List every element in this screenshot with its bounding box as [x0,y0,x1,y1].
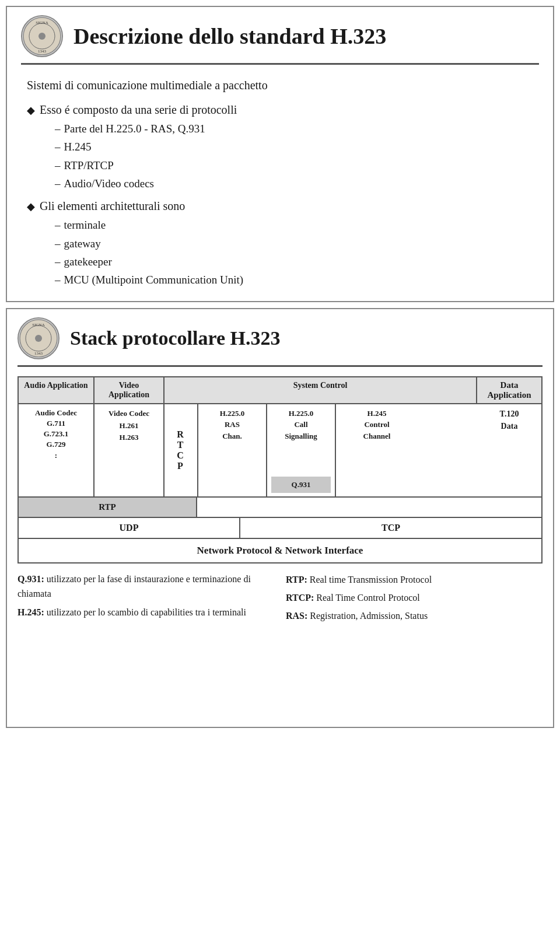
audio-app-header: Audio Application [19,377,94,403]
protocol-cells-row: Audio CodecG.711G.723.1G.729: Video Code… [19,404,541,498]
dash-icon: – [55,253,61,271]
video-app-header: Video Application [94,377,164,403]
note-ras: RAS: Registration, Admission, Status [286,608,542,624]
slide-top-header: SIGNA 1343 Descrizione dello standard H.… [21,15,539,65]
slide-bottom: SIGNA 1343 Stack protocollare H.323 Audi… [6,308,554,728]
bullet-1-text: Esso é composto da una serie di protocol… [40,100,237,120]
logo-bottom: SIGNA 1343 [18,317,60,359]
sub-item-1-text: Parte del H.225.0 - RAS, Q.931 [64,120,205,138]
bullet-2-sublist: –terminale –gateway –gatekeeper –MCU (Mu… [27,216,539,289]
rtcp-cell: R T C P [164,404,198,496]
q931-label: Q.931 [271,477,331,493]
note-q931: Q.931: utilizzato per la fase di instaur… [18,572,274,601]
notes-left: Q.931: utilizzato per la fase di instaur… [18,572,274,626]
t120-cell: T.120Data [477,404,541,496]
dash-icon: – [55,138,61,156]
h2250-ras-label: H.225.0RASChan. [202,408,262,442]
dash-icon: – [55,156,61,174]
arch-item-4-text: MCU (Multipoint Communication Unit) [64,271,244,289]
sub-item-4-text: Audio/Video codecs [64,174,155,192]
sub-item-2: –H.245 [55,138,539,156]
h245-cell: H.245ControlChannel [336,404,418,496]
logo-top: SIGNA 1343 [21,15,63,57]
slide-top: SIGNA 1343 Descrizione dello standard H.… [6,6,554,302]
udptcp-row: UDP TCP [19,518,541,539]
syscontrol-cells: H.225.0RASChan. H.225.0CallSignalling Q.… [198,404,477,496]
bullet-2: ◆ Gli elementi architetturali sono [27,196,539,216]
sub-item-4: –Audio/Video codecs [55,174,539,192]
network-row: Network Protocol & Network Interface [19,539,541,562]
dash-icon: – [55,120,61,138]
video-codec-label: Video CodecH.261H.263 [99,408,159,444]
sub-item-1: –Parte del H.225.0 - RAS, Q.931 [55,120,539,138]
notes-section: Q.931: utilizzato per la fase di instaur… [18,572,542,626]
dash-icon: – [55,235,61,253]
arch-item-3-text: gatekeeper [64,253,112,271]
dash-icon: – [55,271,61,289]
svg-text:1343: 1343 [38,49,47,54]
note-rtcp: RTCP: Real Time Control Protocol [286,590,542,606]
sub-item-3: –RTP/RTCP [55,156,539,174]
note-h245: H.245: utilizzato per lo scambio di capa… [18,605,274,620]
h2250-call-cell: H.225.0CallSignalling Q.931 [267,404,336,496]
h2250-call-label: H.225.0CallSignalling [271,408,331,442]
rtcp-label: R T C P [177,429,185,471]
intro-text: Sistemi di comunicazione multimediale a … [27,75,539,95]
rtp-cell: RTP [19,498,197,517]
bullet-1-sublist: –Parte del H.225.0 - RAS, Q.931 –H.245 –… [27,120,539,192]
protocol-stack-table: Audio Application Video Application Syst… [18,376,542,564]
diamond-icon-2: ◆ [27,198,35,216]
arch-item-4: –MCU (Multipoint Communication Unit) [55,271,539,289]
tcp-cell: TCP [240,518,541,538]
note-rtp: RTP: Real time Transmission Protocol [286,572,542,587]
rtp-spacer [197,498,541,517]
slide-top-title: Descrizione dello standard H.323 [74,23,386,49]
svg-text:SIGNA: SIGNA [32,323,44,327]
udp-cell: UDP [19,518,240,538]
sub-item-2-text: H.245 [64,138,92,156]
slide-top-content: Sistemi di comunicazione multimediale a … [21,75,539,289]
svg-text:1343: 1343 [34,351,43,356]
arch-item-1: –terminale [55,216,539,234]
slide-bottom-title: Stack protocollare H.323 [70,327,280,349]
dash-icon: – [55,216,61,234]
notes-right: RTP: Real time Transmission Protocol RTC… [286,572,542,626]
data-app-header: Data Application [477,377,541,403]
arch-item-3: –gatekeeper [55,253,539,271]
stack-header-row: Audio Application Video Application Syst… [19,377,541,404]
h245-label: H.245ControlChannel [340,408,414,442]
slide-bottom-header: SIGNA 1343 Stack protocollare H.323 [18,317,542,367]
svg-point-7 [35,335,42,342]
bullet-1: ◆ Esso é composto da una serie di protoc… [27,100,539,120]
arch-item-2-text: gateway [64,235,101,253]
audio-codec-label: Audio CodecG.711G.723.1G.729: [23,408,89,461]
arch-item-1-text: terminale [64,216,106,234]
h2250-ras-cell: H.225.0RASChan. [198,404,267,496]
dash-icon: – [55,174,61,192]
video-codec-cell: Video CodecH.261H.263 [94,404,164,496]
bullet-2-text: Gli elementi architetturali sono [40,196,185,216]
audio-codec-cell: Audio CodecG.711G.723.1G.729: [19,404,94,496]
arch-item-2: –gateway [55,235,539,253]
svg-point-2 [38,33,46,40]
svg-text:SIGNA: SIGNA [36,20,48,25]
rtp-row: RTP [19,498,541,518]
syscontrol-header: System Control [164,377,477,403]
diamond-icon-1: ◆ [27,102,35,120]
sub-item-3-text: RTP/RTCP [64,156,114,174]
t120-label: T.120Data [481,408,537,432]
